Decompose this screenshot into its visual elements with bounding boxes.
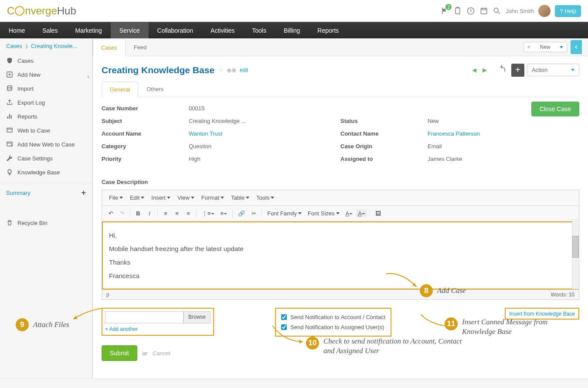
logo-hub: Hub	[57, 5, 76, 17]
nav-home[interactable]: Home	[0, 22, 34, 38]
breadcrumb-current[interactable]: Creating Knowle...	[31, 43, 77, 49]
trash-icon	[6, 219, 13, 226]
avatar[interactable]	[538, 5, 551, 17]
word-count: Words: 10	[551, 292, 574, 298]
sidebar-item-web-to-case[interactable]: Web to Case	[0, 123, 92, 137]
svg-point-5	[7, 85, 12, 87]
right-panel-toggle[interactable]	[571, 40, 582, 54]
number-list-icon[interactable]: ≡	[218, 208, 230, 218]
sidebar-item-reports[interactable]: Reports	[0, 109, 92, 123]
tab-others[interactable]: Others	[138, 81, 172, 97]
sidebar-summary[interactable]: Summary +	[0, 183, 92, 203]
unlink-icon[interactable]: ✂	[248, 208, 259, 218]
field-label-case-origin: Case Origin	[340, 143, 428, 150]
nav-billing[interactable]: Billing	[275, 22, 309, 38]
browse-button[interactable]: Browse	[184, 311, 211, 323]
menu-insert[interactable]: Insert	[149, 193, 173, 203]
font-family-dropdown[interactable]: Font Family	[265, 208, 304, 218]
action-dropdown[interactable]: Action	[527, 64, 579, 76]
field-label-category: Category	[102, 143, 189, 150]
export-icon	[6, 99, 13, 106]
logo-target-icon	[15, 6, 24, 16]
bold-icon[interactable]: B	[133, 208, 143, 218]
search-icon[interactable]	[493, 7, 501, 15]
nav-reports[interactable]: Reports	[309, 22, 347, 38]
align-left-icon[interactable]: ≡	[160, 208, 171, 218]
field-value-contact-name[interactable]: Francesca Patterson	[428, 130, 480, 137]
breadcrumb-cases[interactable]: Cases	[6, 43, 22, 49]
link-icon[interactable]: 🔗	[235, 208, 248, 218]
sidebar-item-cases[interactable]: Cases	[0, 54, 92, 68]
new-dropdown[interactable]: + New	[523, 42, 567, 52]
annotation-number: 11	[445, 317, 458, 330]
bullet-list-icon[interactable]: ⋮≡	[199, 208, 217, 218]
nav-tools[interactable]: Tools	[243, 22, 275, 38]
nav-activities[interactable]: Activities	[202, 22, 243, 38]
clock-icon[interactable]	[466, 7, 475, 15]
undo-icon[interactable]	[496, 62, 509, 78]
annotation-arrow	[270, 323, 309, 345]
user-name[interactable]: John Smith	[506, 8, 534, 14]
editor-body[interactable]: Hi, Mobile handset freezing after the la…	[102, 221, 579, 289]
menu-format[interactable]: Format	[199, 193, 227, 203]
bg-color-icon[interactable]: A	[356, 209, 367, 218]
sidebar-item-recycle-bin[interactable]: Recycle Bin	[0, 216, 92, 230]
help-button[interactable]: ? Help	[555, 5, 581, 17]
menu-edit[interactable]: Edit	[127, 193, 147, 203]
tab-cases[interactable]: Cases	[93, 39, 126, 56]
annotation-11: 11 Insert Canned Message from Knowledge …	[445, 317, 575, 337]
field-value-account-name[interactable]: Wanton Trust	[189, 130, 222, 137]
nav-service[interactable]: Service	[111, 22, 149, 38]
add-button[interactable]: +	[511, 64, 524, 77]
owl-icon[interactable]: ◉◉	[227, 67, 236, 73]
sidebar-item-case-settings[interactable]: Case Settings	[0, 151, 92, 165]
sidebar-item-add-web-to-case[interactable]: Add New Web to Case	[0, 137, 92, 151]
flag-icon[interactable]: 2	[440, 7, 449, 15]
kb-insert-link[interactable]: Insert from Knowledge Base	[509, 311, 575, 317]
nav-marketing[interactable]: Marketing	[66, 22, 110, 38]
clipboard-icon[interactable]	[453, 7, 462, 15]
menu-file[interactable]: File	[106, 193, 126, 203]
prev-arrow-icon[interactable]: ◀	[470, 65, 478, 75]
file-input[interactable]	[105, 311, 184, 323]
italic-icon[interactable]: I	[144, 208, 155, 218]
sidebar-item-export-log[interactable]: Export Log	[0, 95, 92, 109]
field-label-priority: Priority	[102, 156, 189, 162]
sidebar-label: Add New	[17, 71, 41, 78]
align-right-icon[interactable]: ≡	[183, 208, 194, 218]
sidebar-collapse-icon[interactable]: ‹	[87, 73, 89, 80]
nav-collaboration[interactable]: Collaboration	[149, 22, 202, 38]
close-case-button[interactable]: Close Case	[531, 102, 579, 116]
logo[interactable]: C nverge Hub	[7, 5, 76, 17]
text-color-icon[interactable]: A	[343, 208, 356, 218]
notify-account-checkbox[interactable]	[281, 314, 287, 320]
editor-line: Francesca	[109, 270, 572, 282]
plus-icon[interactable]: +	[81, 188, 86, 197]
image-icon[interactable]: 🖼	[373, 208, 384, 218]
font-sizes-dropdown[interactable]: Font Sizes	[305, 208, 342, 218]
submit-button[interactable]: Submit	[102, 345, 137, 361]
scrollbar[interactable]	[572, 218, 579, 289]
notify-account-label: Send Notification to Account / Contact	[290, 314, 385, 320]
cancel-link[interactable]: Cancel	[153, 350, 170, 357]
edit-link[interactable]: edit	[240, 67, 248, 73]
align-center-icon[interactable]: ≡	[172, 208, 182, 218]
attach-files-box: Browse + Add another	[102, 308, 214, 336]
menu-view[interactable]: View	[175, 193, 197, 203]
redo-icon[interactable]: ↷	[117, 208, 127, 218]
tab-general[interactable]: General	[102, 82, 138, 97]
summary-label: Summary	[6, 190, 31, 196]
tab-feed[interactable]: Feed	[126, 38, 155, 56]
calendar-icon[interactable]	[479, 7, 488, 15]
nav-sales[interactable]: Sales	[34, 22, 66, 38]
star-icon[interactable]: ☆	[218, 67, 223, 73]
menu-tools[interactable]: Tools	[254, 193, 277, 203]
sidebar-item-import[interactable]: Import	[0, 82, 92, 95]
menu-table[interactable]: Table	[228, 193, 252, 203]
next-arrow-icon[interactable]: ▶	[481, 65, 489, 75]
sidebar-item-knowledge-base[interactable]: Knowledge Base	[0, 165, 92, 179]
svg-rect-6	[7, 128, 12, 132]
undo-icon[interactable]: ↶	[105, 208, 116, 218]
add-another-link[interactable]: + Add another	[105, 326, 211, 332]
sidebar-item-add-new[interactable]: Add New	[0, 68, 92, 82]
